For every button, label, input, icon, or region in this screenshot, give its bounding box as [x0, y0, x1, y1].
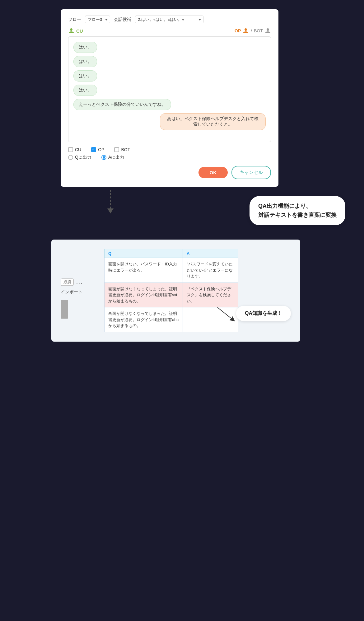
col-q-header: Q: [105, 249, 183, 258]
rb-ai[interactable]: [101, 155, 106, 160]
required-badge: 必須: [61, 278, 74, 286]
rb-q[interactable]: [68, 155, 73, 160]
checkbox-op[interactable]: OP: [91, 147, 104, 152]
chat-area: はい。 はい。 はい。 はい。 えーっとベクスト保険の分でいいんですね。 あはい…: [68, 36, 271, 142]
radio-ai[interactable]: Aに出力: [101, 155, 124, 160]
radio-row: Qに出力 Aに出力: [68, 155, 271, 160]
checkbox-bot[interactable]: BOT: [114, 147, 130, 152]
flow-label: フロー: [68, 17, 81, 22]
arrow-triangle: [107, 208, 114, 213]
op-bot-label: OP / BOT: [235, 28, 271, 34]
button-row: OK キャンセル: [68, 166, 271, 179]
chat-header: CU OP / BOT: [68, 28, 271, 34]
top-card: フロー フロー3 会話候補 2.はい。«はい。«はい。« CU OP / BOT: [61, 9, 278, 187]
table-row: 画面が開けなくなってしまった。証明書更新が必要。ログインid証明書有vxtから始…: [105, 282, 238, 307]
cu-label: CU: [68, 28, 83, 34]
col-a-header: A: [183, 249, 238, 258]
toolbar: フロー フロー3 会話候補 2.はい。«はい。«はい。«: [68, 16, 271, 23]
row3-q: 画面が開けなくなってしまった。証明書更新が必要。ログインid証明書有abcから始…: [105, 307, 183, 332]
bubble-cu-1: はい。: [73, 42, 97, 53]
bottom-card: 必須 ... インポート Q A 画面を開けない。パスワード・ID入力時にエラー…: [51, 240, 300, 342]
op-person-icon: [243, 28, 249, 34]
row1-a: "パスワードを変えていただいている"とエラーになります。: [183, 258, 238, 283]
row2-q: 画面が開けなくなってしまった。証明書更新が必要。ログインid証明書有vxtから始…: [105, 282, 183, 307]
import-col: 必須 ... インポート: [61, 278, 83, 319]
svg-line-0: [217, 307, 233, 320]
qa-arrow-icon: [214, 304, 239, 323]
bubble-cu-5: えーっとベクスト保険の分でいいんですね。: [73, 99, 171, 110]
cb-cu-box[interactable]: [68, 147, 73, 152]
ok-button[interactable]: OK: [198, 167, 228, 178]
qa-knowledge-section: QA知識を生成！: [214, 304, 291, 323]
table-row: 画面を開けない。パスワード・ID入力時にエラーが出る。 "パスワードを変えていた…: [105, 258, 238, 283]
flow-select[interactable]: フロー3: [85, 16, 110, 23]
checkbox-cu[interactable]: CU: [68, 147, 81, 152]
bot-person-icon: [265, 28, 271, 34]
checkbox-row: CU OP BOT: [68, 147, 271, 152]
bubble-cu-4: はい。: [73, 85, 97, 96]
cb-op-box[interactable]: [91, 147, 96, 152]
middle-section: QA出力機能により、 対話テキストを書き言葉に変換: [0, 190, 364, 240]
conversation-label: 会話候補: [114, 17, 131, 22]
cb-bot-box[interactable]: [114, 147, 119, 152]
import-label: インポート: [61, 289, 82, 295]
bubble-op-1: あはい。ベクスト保険ヘルプデスクと入れて検索していただくと。: [160, 113, 266, 130]
radio-q[interactable]: Qに出力: [68, 155, 91, 160]
op-label: OP: [235, 28, 241, 33]
dots-badge: ...: [76, 279, 83, 285]
import-bar: [61, 300, 68, 319]
arrow-down-wrapper: [107, 190, 114, 213]
bot-label: BOT: [254, 28, 263, 33]
bubble-cu-2: はい。: [73, 56, 97, 67]
bubble-cu-3: はい。: [73, 70, 97, 82]
conversation-select[interactable]: 2.はい。«はい。«はい。«: [135, 16, 203, 23]
person-icon: [68, 28, 74, 34]
row1-q: 画面を開けない。パスワード・ID入力時にエラーが出る。: [105, 258, 183, 283]
row2-a: 『ベクスト保険ヘルプデスク』を検索してください。: [183, 282, 238, 307]
dotted-line: [110, 190, 111, 208]
qa-knowledge-balloon: QA知識を生成！: [236, 306, 291, 321]
slash: /: [251, 28, 252, 33]
badge-row: 必須 ...: [61, 278, 83, 286]
middle-balloon: QA出力機能により、 対話テキストを書き言葉に変換: [250, 196, 345, 225]
cancel-button[interactable]: キャンセル: [231, 166, 271, 179]
